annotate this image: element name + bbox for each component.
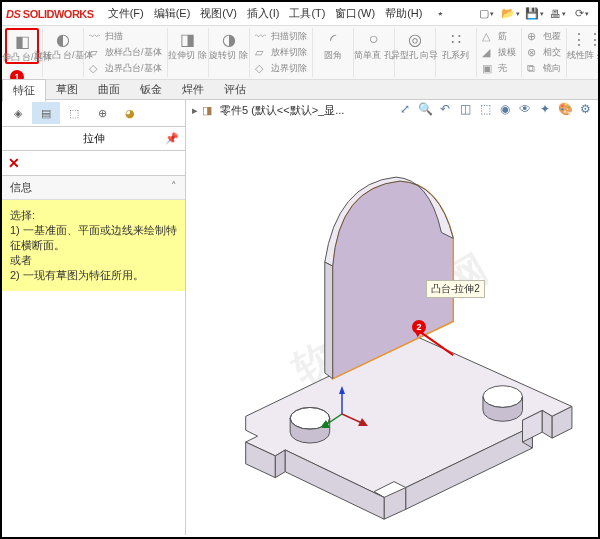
- menu-bar: DS SOLIDWORKS 文件(F) 编辑(E) 视图(V) 插入(I) 工具…: [2, 2, 598, 26]
- ribbon: ◧ 拉伸凸 台/基体 ◐ 旋转凸 台/基体 〰扫描 ▱放样凸台/基体 ◇边界凸台…: [2, 26, 598, 80]
- model-view: [186, 100, 598, 535]
- extrude-cut-icon: ◨: [176, 28, 200, 50]
- feature-tree-icon[interactable]: ◈: [4, 102, 32, 124]
- panel-title: 拉伸: [83, 131, 105, 146]
- hole-wizard-icon: ◎: [403, 28, 427, 50]
- info-section-header[interactable]: 信息 ˄: [2, 176, 185, 200]
- print-icon[interactable]: 🖶▾: [547, 5, 569, 23]
- tab-evaluate[interactable]: 评估: [214, 79, 256, 100]
- tab-sheetmetal[interactable]: 钣金: [130, 79, 172, 100]
- annotation-marker-2: 2: [412, 320, 426, 334]
- svg-marker-6: [339, 386, 345, 394]
- shell-button[interactable]: ▣壳: [480, 61, 518, 77]
- menu-tools[interactable]: 工具(T): [285, 4, 329, 23]
- menu-file[interactable]: 文件(F): [104, 4, 148, 23]
- menu-help[interactable]: 帮助(H): [381, 4, 426, 23]
- menu-edit[interactable]: 编辑(E): [150, 4, 195, 23]
- rib-button[interactable]: △筋: [480, 28, 518, 44]
- simple-hole-icon: ○: [362, 28, 386, 50]
- loft-icon: ▱: [89, 46, 103, 59]
- mirror-button[interactable]: ⧉镜向: [525, 61, 563, 77]
- wrap-button[interactable]: ⊕包覆: [525, 28, 563, 44]
- origin-triad: [322, 384, 372, 434]
- boundary-boss-button[interactable]: ◇边界凸台/基体: [87, 61, 164, 77]
- new-icon[interactable]: ▢▾: [475, 5, 497, 23]
- intersect-icon: ⊗: [527, 46, 541, 59]
- hole-series-icon: ∷: [444, 28, 468, 50]
- open-icon[interactable]: 📂▾: [499, 5, 521, 23]
- revolve-cut-icon: ◑: [217, 28, 241, 50]
- swept-boss-button[interactable]: 〰扫描: [87, 28, 164, 44]
- graphics-viewport[interactable]: ▸ ◨ 零件5 (默认<<默认>_显... ⤢ 🔍 ↶ ◫ ⬚ ◉ 👁 ✦ 🎨 …: [186, 100, 598, 535]
- tab-weldment[interactable]: 焊件: [172, 79, 214, 100]
- configuration-icon[interactable]: ⬚: [60, 102, 88, 124]
- tab-sketch[interactable]: 草图: [46, 79, 88, 100]
- property-manager-icon[interactable]: ▤: [32, 102, 60, 124]
- command-tabs: 特征 草图 曲面 钣金 焊件 评估: [2, 80, 598, 100]
- menu-window[interactable]: 窗口(W): [331, 4, 379, 23]
- wrap-icon: ⊕: [527, 30, 541, 43]
- mirror-icon: ⧉: [527, 62, 541, 75]
- extrude-icon: ◧: [10, 30, 34, 52]
- simple-hole-button[interactable]: ○简单直 孔: [357, 28, 391, 60]
- draft-icon: ◢: [482, 46, 496, 59]
- linear-pattern-button[interactable]: ⋮⋮线性阵 列: [570, 28, 600, 60]
- fillet-button[interactable]: ◜ 圆角: [316, 28, 350, 60]
- chevron-up-icon: ˄: [171, 180, 177, 193]
- boundary-cut-icon: ◇: [255, 62, 269, 75]
- hole-wizard-button[interactable]: ◎异型孔 向导: [398, 28, 432, 60]
- close-icon[interactable]: ✕: [8, 155, 20, 171]
- loft-cut-button[interactable]: ▱放样切除: [253, 44, 309, 60]
- panel-close-row: ✕: [2, 151, 185, 176]
- search-icon[interactable]: ⭑: [429, 5, 451, 23]
- svg-marker-10: [322, 420, 330, 428]
- tab-surface[interactable]: 曲面: [88, 79, 130, 100]
- hole-series-button[interactable]: ∷孔系列: [439, 28, 473, 60]
- swept-cut-button[interactable]: 〰扫描切除: [253, 28, 309, 44]
- draft-button[interactable]: ◢拔模: [480, 44, 518, 60]
- fillet-icon: ◜: [321, 28, 345, 50]
- sweep-cut-icon: 〰: [255, 30, 269, 42]
- shell-icon: ▣: [482, 62, 496, 75]
- main-area: ◈ ▤ ⬚ ⊕ ◕ 拉伸 📌 ✕ 信息 ˄ 选择: 1) 一基准面、平面或边线来…: [2, 100, 598, 535]
- rib-icon: △: [482, 30, 496, 43]
- revolve-icon: ◐: [51, 28, 75, 50]
- intersect-button[interactable]: ⊗相交: [525, 44, 563, 60]
- extrude-boss-button[interactable]: ◧ 拉伸凸 台/基体: [5, 28, 39, 64]
- loft-cut-icon: ▱: [255, 46, 269, 59]
- tab-feature[interactable]: 特征: [2, 79, 46, 102]
- save-icon[interactable]: 💾▾: [523, 5, 545, 23]
- dimxpert-icon[interactable]: ⊕: [88, 102, 116, 124]
- face-callout[interactable]: 凸台-拉伸2: [426, 280, 485, 298]
- property-manager-panel: ◈ ▤ ⬚ ⊕ ◕ 拉伸 📌 ✕ 信息 ˄ 选择: 1) 一基准面、平面或边线来…: [2, 100, 186, 535]
- boundary-cut-button[interactable]: ◇边界切除: [253, 61, 309, 77]
- boundary-icon: ◇: [89, 62, 103, 75]
- menu-insert[interactable]: 插入(I): [243, 4, 283, 23]
- menu-view[interactable]: 视图(V): [196, 4, 241, 23]
- app-logo: DS SOLIDWORKS: [6, 6, 94, 21]
- revolve-cut-button[interactable]: ◑ 旋转切 除: [212, 28, 246, 60]
- rebuild-icon[interactable]: ⟳▾: [571, 5, 593, 23]
- loft-boss-button[interactable]: ▱放样凸台/基体: [87, 44, 164, 60]
- sweep-icon: 〰: [89, 30, 103, 42]
- panel-header: 拉伸 📌: [2, 127, 185, 151]
- extrude-cut-button[interactable]: ◨ 拉伸切 除: [171, 28, 205, 60]
- pattern-icon: ⋮⋮: [575, 28, 599, 50]
- panel-tab-icons: ◈ ▤ ⬚ ⊕ ◕: [2, 100, 185, 127]
- info-message: 选择: 1) 一基准面、平面或边线来绘制特征横断面。 或者 2) 一现有草图为特…: [2, 200, 185, 291]
- display-icon[interactable]: ◕: [116, 102, 144, 124]
- pin-icon[interactable]: 📌: [165, 132, 179, 145]
